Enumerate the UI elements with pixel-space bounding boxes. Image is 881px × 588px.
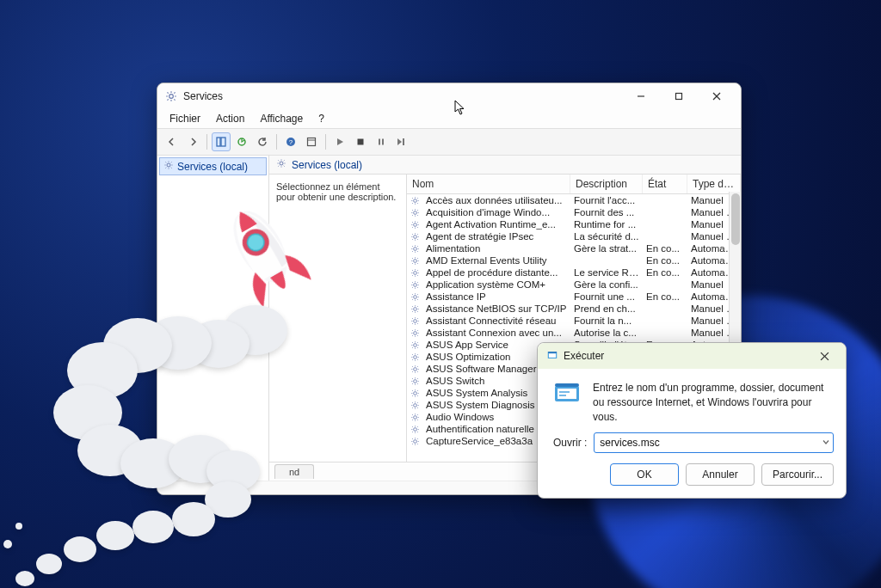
svg-point-36 bbox=[413, 415, 416, 419]
run-app-icon bbox=[546, 349, 558, 364]
svg-point-16 bbox=[167, 163, 170, 167]
gear-icon bbox=[276, 158, 286, 171]
menu-fichier[interactable]: Fichier bbox=[163, 111, 207, 126]
run-description: Entrez le nom d'un programme, dossier, d… bbox=[593, 381, 830, 424]
run-dialog: Exécuter Entrez le nom d'un programme, d… bbox=[537, 342, 847, 499]
tree-node-label: Services (local) bbox=[177, 161, 248, 173]
run-titlebar: Exécuter bbox=[538, 343, 846, 369]
tree-node-services-local[interactable]: Services (local) bbox=[159, 157, 267, 175]
cell-state: En co... bbox=[643, 267, 687, 278]
svg-rect-12 bbox=[358, 139, 364, 145]
cell-desc: Le service RP... bbox=[570, 267, 643, 278]
run-input[interactable] bbox=[594, 432, 834, 453]
minimize-button[interactable] bbox=[622, 84, 660, 108]
column-startup[interactable]: Type de démarrage bbox=[687, 175, 741, 193]
svg-point-28 bbox=[413, 319, 416, 322]
svg-rect-2 bbox=[676, 94, 682, 100]
gear-icon bbox=[407, 256, 422, 266]
gear-icon bbox=[407, 220, 422, 230]
cell-name: Acquisition d'image Windo... bbox=[422, 207, 570, 217]
run-close-button[interactable] bbox=[808, 345, 841, 367]
cell-desc: Fournit l'acc... bbox=[570, 195, 643, 205]
table-row[interactable]: Assistant Connexion avec un...Autorise l… bbox=[407, 327, 741, 339]
gear-icon bbox=[407, 304, 422, 314]
export-list-button[interactable] bbox=[232, 132, 251, 151]
table-row[interactable]: Assistant Connectivité réseauFournit la … bbox=[407, 315, 741, 327]
gear-icon bbox=[407, 328, 422, 338]
table-row[interactable]: AMD External Events UtilityEn co...Autom… bbox=[407, 254, 741, 266]
column-name[interactable]: Nom bbox=[407, 175, 570, 193]
refresh-button[interactable] bbox=[253, 132, 272, 151]
pause-service-button[interactable] bbox=[372, 132, 391, 151]
menu-help[interactable]: ? bbox=[311, 111, 331, 126]
svg-point-22 bbox=[413, 247, 416, 250]
cell-name: Agent de stratégie IPsec bbox=[422, 231, 570, 242]
column-description[interactable]: Description bbox=[570, 175, 643, 193]
stop-service-button[interactable] bbox=[351, 132, 370, 151]
window-title: Services bbox=[183, 90, 223, 102]
cell-name: Alimentation bbox=[422, 243, 570, 254]
run-browse-button[interactable]: Parcourir... bbox=[761, 463, 834, 486]
run-title: Exécuter bbox=[564, 350, 604, 362]
column-state[interactable]: État bbox=[643, 175, 687, 193]
run-cancel-button[interactable]: Annuler bbox=[686, 463, 755, 486]
cell-desc: Gère la strat... bbox=[570, 243, 643, 254]
table-row[interactable]: Accès aux données utilisateu...Fournit l… bbox=[407, 194, 741, 206]
cell-state: En co... bbox=[643, 291, 687, 302]
gear-icon bbox=[407, 352, 422, 362]
cell-desc: Gère la confi... bbox=[570, 279, 643, 290]
menubar: Fichier Action Affichage ? bbox=[157, 109, 741, 128]
close-button[interactable] bbox=[698, 84, 736, 108]
gear-icon bbox=[407, 340, 422, 350]
cell-desc: Fournit des ... bbox=[570, 207, 643, 217]
svg-rect-15 bbox=[403, 138, 404, 145]
run-ok-button[interactable]: OK bbox=[610, 463, 679, 486]
table-row[interactable]: Appel de procédure distante...Le service… bbox=[407, 266, 741, 279]
help-button[interactable]: ? bbox=[281, 132, 300, 151]
description-hint: Sélectionnez un élément pour obtenir une… bbox=[276, 181, 399, 202]
table-row[interactable]: Agent Activation Runtime_e...Runtime for… bbox=[407, 218, 741, 230]
gear-icon bbox=[407, 413, 422, 422]
start-service-button[interactable] bbox=[330, 132, 349, 151]
tree-pane: Services (local) bbox=[157, 156, 269, 481]
table-row[interactable]: Agent de stratégie IPsecLa sécurité d...… bbox=[407, 230, 741, 242]
menu-action[interactable]: Action bbox=[209, 111, 251, 126]
nav-back-button[interactable] bbox=[163, 132, 182, 151]
properties-button[interactable] bbox=[302, 132, 321, 151]
cell-desc: Fournit une ... bbox=[570, 291, 643, 302]
svg-point-27 bbox=[413, 307, 416, 310]
cell-desc: Runtime for ... bbox=[570, 219, 643, 230]
svg-rect-13 bbox=[379, 139, 380, 145]
run-open-label: Ouvrir : bbox=[553, 437, 587, 449]
gear-icon bbox=[407, 280, 422, 290]
svg-point-17 bbox=[280, 162, 283, 165]
nav-forward-button[interactable] bbox=[183, 132, 202, 151]
table-row[interactable]: Assistance NetBIOS sur TCP/IPPrend en ch… bbox=[407, 303, 741, 315]
gear-icon bbox=[407, 401, 422, 410]
cell-desc: Autorise la c... bbox=[570, 328, 643, 338]
gear-icon bbox=[407, 364, 422, 374]
footer-tab[interactable]: nd bbox=[274, 464, 314, 479]
list-header-label: Services (local) bbox=[292, 159, 362, 171]
cell-name: Application système COM+ bbox=[422, 279, 570, 290]
show-hide-tree-button[interactable] bbox=[212, 132, 231, 151]
gear-icon bbox=[407, 268, 422, 278]
description-pane: Sélectionnez un élément pour obtenir une… bbox=[269, 175, 407, 462]
table-row[interactable]: Assistance IPFournit une ...En co...Auto… bbox=[407, 291, 741, 303]
cell-name: Accès aux données utilisateu... bbox=[422, 195, 570, 205]
cell-name: Assistant Connectivité réseau bbox=[422, 315, 570, 326]
svg-point-23 bbox=[413, 259, 416, 262]
table-row[interactable]: AlimentationGère la strat...En co...Auto… bbox=[407, 242, 741, 254]
table-row[interactable]: Application système COM+Gère la confi...… bbox=[407, 279, 741, 291]
gear-icon bbox=[407, 208, 422, 217]
cell-state: En co... bbox=[643, 243, 687, 254]
table-row[interactable]: Acquisition d'image Windo...Fournit des … bbox=[407, 206, 741, 218]
svg-point-25 bbox=[413, 283, 416, 286]
svg-point-24 bbox=[413, 271, 416, 274]
maximize-button[interactable] bbox=[660, 84, 698, 108]
restart-service-button[interactable] bbox=[392, 132, 411, 151]
cell-desc: Prend en ch... bbox=[570, 303, 643, 314]
menu-affichage[interactable]: Affichage bbox=[253, 111, 310, 126]
cell-state: En co... bbox=[643, 255, 687, 266]
cell-desc: Fournit la n... bbox=[570, 315, 643, 326]
